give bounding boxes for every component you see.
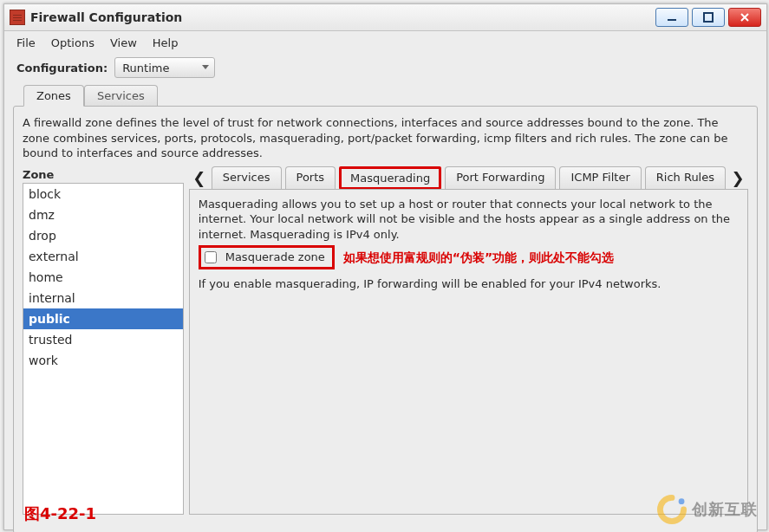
configuration-label: Configuration:: [16, 62, 108, 75]
zones-left-column: Zone blockdmzdropexternalhomeinternalpub…: [23, 168, 184, 515]
masquerade-zone-highlight: Masquerade zone: [199, 245, 335, 269]
main-notebook: Zones Services A firewalld zone defines …: [13, 85, 758, 532]
svg-rect-0: [668, 19, 676, 21]
tabs-scroll-right[interactable]: ❯: [729, 167, 746, 188]
menu-view[interactable]: View: [110, 36, 137, 49]
zone-item-trusted[interactable]: trusted: [23, 329, 183, 350]
zone-item-public[interactable]: public: [23, 308, 183, 329]
svg-rect-1: [704, 13, 713, 22]
masquerade-zone-row: Masquerade zone 如果想使用富规则的“伪装”功能，则此处不能勾选: [199, 245, 739, 269]
inner-tab-strip: ❮ Services Ports Masquerading: [189, 166, 748, 190]
figure-caption: 图4-22-1: [24, 503, 96, 524]
tab-services-label: Services: [97, 89, 145, 102]
masquerading-forward-note: If you enable masquerading, IP forwardin…: [199, 276, 739, 292]
inner-tab-rich-rules-label: Rich Rules: [656, 171, 714, 184]
titlebar: Firewall Configuration: [4, 4, 766, 31]
inner-tab-services-label: Services: [223, 171, 270, 184]
inner-tab-masquerading[interactable]: Masquerading: [339, 166, 441, 190]
configuration-combobox[interactable]: Runtime: [114, 57, 215, 78]
app-window: Firewall Configuration File Options View…: [3, 3, 767, 530]
menu-help[interactable]: Help: [153, 36, 179, 49]
inner-tab-icmp-filter-label: ICMP Filter: [570, 171, 629, 184]
masquerade-zone-checkbox[interactable]: [205, 251, 217, 263]
masquerading-description: Masquerading allows you to set up a host…: [199, 197, 739, 243]
zone-heading: Zone: [23, 168, 184, 181]
menu-file[interactable]: File: [16, 36, 36, 49]
inner-tab-ports[interactable]: Ports: [285, 166, 336, 190]
inner-tab-ports-label: Ports: [297, 171, 325, 184]
zones-right-column: ❮ Services Ports Masquerading: [189, 168, 748, 515]
zone-item-home[interactable]: home: [23, 267, 183, 288]
tab-zones-label: Zones: [36, 89, 71, 102]
inner-tab-port-forwarding-label: Port Forwarding: [456, 171, 544, 184]
masquerading-page: Masquerading allows you to set up a host…: [189, 189, 748, 515]
zone-item-work[interactable]: work: [23, 350, 183, 371]
zone-item-internal[interactable]: internal: [23, 288, 183, 308]
zone-item-dmz[interactable]: dmz: [23, 204, 183, 225]
chevron-left-icon: ❮: [192, 169, 205, 187]
close-icon: [740, 12, 750, 23]
zones-page: A firewalld zone defines the level of tr…: [13, 106, 758, 532]
configuration-row: Configuration: Runtime: [4, 54, 766, 81]
minimize-button[interactable]: [655, 8, 688, 27]
zone-list[interactable]: blockdmzdropexternalhomeinternalpublictr…: [23, 183, 184, 515]
inner-tab-port-forwarding[interactable]: Port Forwarding: [445, 166, 556, 190]
window-title: Firewall Configuration: [30, 10, 182, 24]
main-tab-strip: Zones Services: [13, 85, 758, 106]
tab-services[interactable]: Services: [84, 85, 158, 106]
inner-tab-masquerading-label: Masquerading: [350, 172, 430, 185]
minimize-icon: [667, 12, 677, 23]
zones-body: Zone blockdmzdropexternalhomeinternalpub…: [23, 168, 748, 515]
configuration-value: Runtime: [122, 62, 169, 75]
zone-item-external[interactable]: external: [23, 246, 183, 267]
menubar: File Options View Help: [4, 31, 766, 54]
zone-item-block[interactable]: block: [23, 184, 183, 204]
maximize-icon: [703, 12, 714, 23]
masquerade-red-note: 如果想使用富规则的“伪装”功能，则此处不能勾选: [343, 250, 614, 266]
inner-tab-icmp-filter[interactable]: ICMP Filter: [559, 166, 641, 190]
app-icon: [10, 10, 25, 25]
chevron-right-icon: ❯: [731, 169, 744, 187]
masquerade-zone-label: Masquerade zone: [225, 250, 325, 265]
close-button[interactable]: [728, 8, 761, 27]
tabs-scroll-left[interactable]: ❮: [191, 167, 208, 188]
inner-tab-services[interactable]: Services: [212, 166, 282, 190]
inner-tab-rich-rules[interactable]: Rich Rules: [645, 166, 726, 190]
zone-item-drop[interactable]: drop: [23, 225, 183, 246]
tab-zones[interactable]: Zones: [23, 85, 84, 107]
menu-options[interactable]: Options: [51, 36, 94, 49]
maximize-button[interactable]: [692, 8, 725, 27]
zones-description: A firewalld zone defines the level of tr…: [23, 115, 748, 161]
